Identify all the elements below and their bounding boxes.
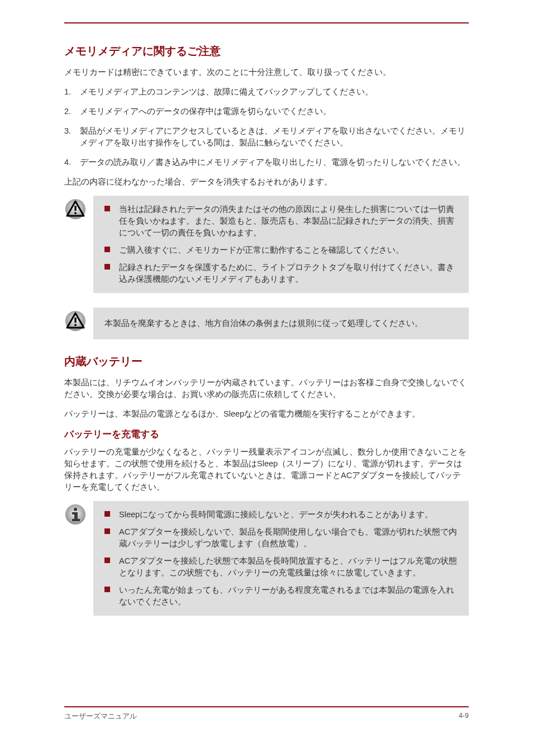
warning-callout-2-box: 本製品を廃棄するときは、地方自治体の条例または規則に従って処理してください。	[93, 308, 469, 339]
step-number: 2.	[64, 106, 75, 117]
bullet-icon	[104, 557, 110, 563]
step-text: メモリメディア上のコンテンツは、故障に備えてバックアップしてください。	[80, 87, 373, 96]
footer-left: ユーザーズマニュアル	[64, 712, 137, 721]
callout3-item-3: いったん充電が始まっても、バッテリーがある程度充電されるまでは本製品の電源を入れ…	[104, 584, 458, 608]
warning-icon	[64, 196, 93, 220]
warning-callout-2: 本製品を廃棄するときは、地方自治体の条例または規則に従って処理してください。	[64, 308, 469, 339]
memory-media-title: メモリメディアに関するご注意	[64, 44, 469, 59]
step-number: 4.	[64, 157, 75, 168]
callout1-item-2: 記録されたデータを保護するために、ライトプロテクトタブを取り付けてください。書き…	[104, 262, 458, 285]
callout1-item-0: 当社は記録されたデータの消失またはその他の原因により発生した損害については一切責…	[104, 204, 458, 239]
memory-step-3: 3. 製品がメモリメディアにアクセスしているときは、メモリメディアを取り出さない…	[64, 125, 469, 149]
svg-point-9	[74, 508, 77, 511]
callout3-item-2: ACアダプターを接続した状態で本製品を長時間放置すると、バッテリーはフル充電の状…	[104, 555, 458, 579]
memory-closing: 上記の内容に従わなかった場合、データを消失するおそれがあります。	[64, 176, 469, 188]
svg-rect-6	[74, 318, 76, 323]
bullet-icon	[104, 587, 110, 592]
step-text: メモリメディアへのデータの保存中は電源を切らないでください。	[80, 107, 331, 116]
battery-subtitle: バッテリーを充電する	[64, 428, 469, 441]
battery-sub-p: バッテリーの充電量が少なくなると、バッテリー残量表示アイコンが点滅し、数分しか使…	[64, 446, 469, 493]
bullet-icon	[104, 247, 110, 252]
bullet-icon	[104, 511, 110, 517]
step-number: 1.	[64, 86, 75, 98]
warning-callout-1: 当社は記録されたデータの消失またはその他の原因により発生した損害については一切責…	[64, 196, 469, 293]
warning-callout-1-box: 当社は記録されたデータの消失またはその他の原因により発生した損害については一切責…	[93, 196, 469, 293]
bullet-icon	[104, 264, 110, 270]
svg-rect-11	[74, 512, 78, 520]
callout1-item-1: ご購入後すぐに、メモリカードが正常に動作することを確認してください。	[104, 244, 458, 256]
battery-p1: 本製品には、リチウムイオンバッテリーが内蔵されています。バッテリーはお客様ご自身…	[64, 377, 469, 400]
info-callout: Sleepになってから長時間電源に接続しないと、データが失われることがあります。…	[64, 501, 469, 616]
memory-step-1: 1. メモリメディア上のコンテンツは、故障に備えてバックアップしてください。	[64, 86, 469, 98]
callout3-item-0: Sleepになってから長時間電源に接続しないと、データが失われることがあります。	[104, 509, 458, 521]
callout3-item-1: ACアダプターを接続しないで、製品を長期間使用しない場合でも、電源が切れた状態で…	[104, 526, 458, 550]
svg-rect-12	[72, 519, 80, 521]
footer-divider	[64, 706, 469, 707]
memory-step-4: 4. データの読み取り／書き込み中にメモリメディアを取り出したり、電源を切ったり…	[64, 157, 469, 168]
svg-rect-7	[74, 324, 76, 326]
step-text: データの読み取り／書き込み中にメモリメディアを取り出したり、電源を切ったりしない…	[80, 158, 465, 167]
page-footer: ユーザーズマニュアル 4-9	[64, 706, 469, 721]
battery-p2: バッテリーは、本製品の電源となるほか、Sleepなどの省電力機能を実行することが…	[64, 408, 469, 420]
memory-intro: メモリカードは精密にできています。次のことに十分注意して、取り扱ってください。	[64, 67, 469, 78]
footer-right: 4-9	[459, 712, 469, 721]
bullet-icon	[104, 206, 110, 211]
svg-rect-2	[74, 206, 76, 211]
callout2-text: 本製品を廃棄するときは、地方自治体の条例または規則に従って処理してください。	[104, 318, 458, 329]
warning-icon	[64, 308, 93, 332]
memory-step-2: 2. メモリメディアへのデータの保存中は電源を切らないでください。	[64, 106, 469, 117]
svg-rect-3	[74, 212, 76, 214]
info-icon	[64, 501, 93, 526]
step-text: 製品がメモリメディアにアクセスしているときは、メモリメディアを取り出さないでくだ…	[80, 126, 465, 147]
battery-title: 内蔵バッテリー	[64, 354, 469, 369]
step-number: 3.	[64, 125, 75, 137]
bullet-icon	[104, 528, 110, 534]
top-divider	[64, 22, 469, 23]
info-callout-box: Sleepになってから長時間電源に接続しないと、データが失われることがあります。…	[93, 501, 469, 616]
